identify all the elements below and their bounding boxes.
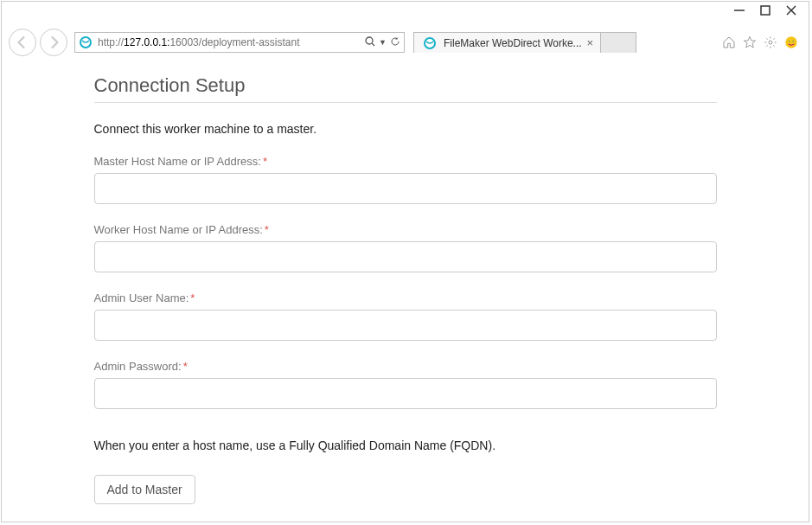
address-bar[interactable]: http://127.0.0.1:16003/deployment-assist…: [74, 32, 405, 53]
address-bar-controls: ▼: [361, 36, 404, 49]
svg-rect-1: [761, 6, 770, 15]
window-titlebar: [2, 2, 809, 29]
maximize-button[interactable]: [760, 5, 770, 16]
svg-point-5: [366, 37, 373, 44]
search-icon[interactable]: [365, 36, 375, 49]
svg-point-11: [792, 41, 794, 42]
window-controls: [734, 5, 809, 16]
url-host: 127.0.0.1:: [124, 36, 169, 48]
site-favicon-icon: [79, 35, 93, 49]
label-admin-pass: Admin Password:*: [94, 360, 717, 373]
svg-point-9: [785, 36, 796, 48]
close-button[interactable]: [786, 5, 796, 16]
add-to-master-button[interactable]: Add to Master: [94, 475, 195, 504]
browser-toolbar: http://127.0.0.1:16003/deployment-assist…: [2, 29, 809, 59]
page-intro: Connect this worker machine to a master.: [94, 122, 717, 136]
minimize-button[interactable]: [734, 5, 745, 16]
smiley-icon[interactable]: [784, 35, 798, 49]
new-tab-button[interactable]: [601, 32, 636, 53]
tab-favicon-icon: [423, 36, 437, 50]
url-prefix: http://: [98, 36, 124, 48]
page-note: When you enter a host name, use a Fully …: [94, 439, 717, 452]
field-admin-user: Admin User Name:*: [94, 291, 717, 341]
back-button[interactable]: [9, 29, 36, 56]
label-admin-pass-text: Admin Password:: [94, 360, 182, 373]
label-admin-user-text: Admin User Name:: [94, 291, 189, 304]
field-master-host: Master Host Name or IP Address:*: [94, 155, 717, 204]
tab-close-button[interactable]: ×: [585, 36, 596, 49]
required-marker: *: [265, 223, 269, 236]
dropdown-icon[interactable]: ▼: [379, 38, 387, 47]
forward-button[interactable]: [40, 29, 67, 56]
toolbar-right-icons: [722, 35, 802, 49]
label-master-host-text: Master Host Name or IP Address:: [94, 155, 261, 168]
settings-icon[interactable]: [764, 35, 777, 49]
url-path: 16003/deployment-assistant: [169, 36, 299, 48]
svg-point-8: [769, 41, 772, 44]
favorites-icon[interactable]: [743, 35, 757, 49]
refresh-button[interactable]: [390, 36, 400, 49]
label-admin-user: Admin User Name:*: [94, 291, 717, 304]
input-admin-user[interactable]: [94, 310, 717, 341]
svg-line-6: [372, 43, 374, 46]
field-worker-host: Worker Host Name or IP Address:*: [94, 223, 717, 272]
required-marker: *: [183, 360, 188, 373]
svg-point-10: [789, 41, 790, 42]
input-admin-pass[interactable]: [94, 378, 717, 409]
url-text: http://127.0.0.1:16003/deployment-assist…: [96, 36, 361, 48]
browser-window: http://127.0.0.1:16003/deployment-assist…: [1, 1, 809, 522]
tab-active[interactable]: FileMaker WebDirect Worke... ×: [413, 32, 601, 53]
required-marker: *: [263, 155, 267, 168]
field-admin-pass: Admin Password:*: [94, 360, 717, 409]
label-worker-host-text: Worker Host Name or IP Address:: [94, 223, 263, 236]
page-content: Connection Setup Connect this worker mac…: [94, 74, 717, 522]
tab-strip: FileMaker WebDirect Worke... ×: [413, 32, 636, 53]
home-icon[interactable]: [722, 35, 736, 49]
input-worker-host[interactable]: [94, 241, 717, 272]
required-marker: *: [190, 291, 195, 304]
page-title: Connection Setup: [94, 74, 717, 103]
input-master-host[interactable]: [94, 173, 717, 204]
label-worker-host: Worker Host Name or IP Address:*: [94, 223, 717, 236]
label-master-host: Master Host Name or IP Address:*: [94, 155, 717, 168]
tab-label: FileMaker WebDirect Worke...: [444, 37, 582, 49]
page-viewport: Connection Setup Connect this worker mac…: [2, 59, 809, 522]
